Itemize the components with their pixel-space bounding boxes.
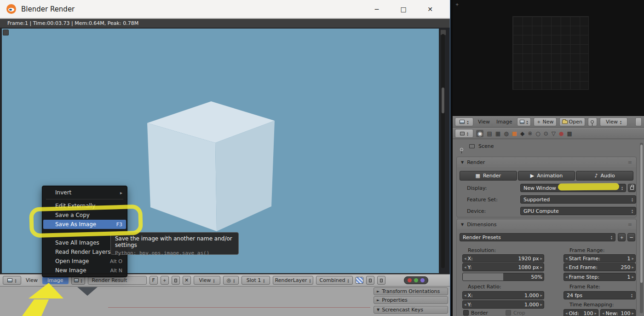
- tab-data-icon[interactable]: ▽: [552, 130, 556, 137]
- new-image-button[interactable]: ＋ New: [534, 117, 557, 126]
- display-channel-button[interactable]: [377, 276, 385, 285]
- close-button[interactable]: ✕: [417, 6, 443, 13]
- frame-step-field[interactable]: ◂ Frame Step: 1 ▸: [564, 273, 636, 281]
- decrement-icon[interactable]: ◂: [565, 311, 568, 316]
- red-toggle-icon[interactable]: [408, 278, 412, 282]
- crop-checkbox[interactable]: Crop: [506, 310, 525, 316]
- panel-screencast-keys[interactable]: ▼ Screencast Keys: [374, 306, 448, 314]
- view-menu[interactable]: View: [476, 119, 492, 125]
- tab-render-icon[interactable]: ◉: [476, 130, 483, 137]
- properties-scrollbar-thumb[interactable]: [640, 145, 643, 283]
- tab-physics-icon[interactable]: ○: [535, 130, 540, 137]
- decrement-icon[interactable]: ◂: [602, 311, 604, 316]
- draw-channels-icon[interactable]: [356, 277, 363, 284]
- menu-item-open-image[interactable]: Open Image Alt O: [42, 257, 127, 266]
- slot-dropdown[interactable]: Slot 1 ▴▾: [242, 276, 270, 285]
- decrement-icon[interactable]: ◂: [464, 256, 466, 261]
- audio-button[interactable]: ♪ Audio: [576, 171, 633, 181]
- display-dropdown[interactable]: New Window ▴▾: [520, 184, 626, 192]
- vertical-scrollbar[interactable]: [441, 34, 445, 268]
- render-panel-header[interactable]: ▼ Render ≡: [457, 157, 636, 167]
- unlink-image-button[interactable]: ✕: [183, 276, 191, 285]
- breadcrumb[interactable]: Scene: [478, 143, 494, 149]
- panel-drag-icon[interactable]: ≡: [628, 222, 632, 228]
- maximize-button[interactable]: □: [390, 6, 417, 13]
- menu-item-save-as-image[interactable]: Save As Image F3: [43, 220, 126, 229]
- tab-particles-icon[interactable]: ※: [528, 130, 532, 137]
- menu-item-invert[interactable]: Invert ▸: [42, 188, 127, 197]
- render-presets-dropdown[interactable]: Render Presets ▴▾: [460, 233, 615, 241]
- tab-scene-icon[interactable]: ▦: [495, 130, 500, 137]
- menu-item-save-a-copy[interactable]: Save a Copy: [42, 211, 127, 220]
- panel-properties[interactable]: ► Properties: [374, 296, 448, 304]
- tab-constraints-icon[interactable]: ⊙: [544, 130, 548, 137]
- remap-new-field[interactable]: ◂ New: 100 ▸: [600, 309, 636, 316]
- render-button[interactable]: ▦ Render: [460, 171, 517, 181]
- region-corner-handle[interactable]: [3, 29, 9, 35]
- increment-icon[interactable]: ▸: [632, 275, 634, 279]
- editor-type-selector[interactable]: ▴▾: [3, 276, 21, 285]
- browse-image-selector[interactable]: ▴▾: [517, 117, 531, 126]
- region-plus-icon[interactable]: ＋: [454, 1, 460, 8]
- increment-icon[interactable]: ▸: [594, 311, 597, 316]
- blue-toggle-icon[interactable]: [420, 278, 425, 282]
- pin-button[interactable]: [588, 117, 597, 126]
- add-preset-button[interactable]: ＋: [618, 233, 626, 241]
- start-frame-field[interactable]: ◂ Start Frame: 1 ▸: [564, 254, 636, 263]
- lock-interface-button[interactable]: [628, 184, 636, 192]
- feature-set-dropdown[interactable]: Supported ▴▾: [520, 195, 636, 204]
- render-layer-dropdown[interactable]: RenderLayer ▴▾: [273, 276, 313, 285]
- increment-icon[interactable]: ▸: [540, 302, 542, 307]
- green-toggle-icon[interactable]: [414, 278, 418, 282]
- fake-user-button[interactable]: F: [150, 276, 158, 285]
- increment-icon[interactable]: ▸: [540, 265, 542, 269]
- decrement-icon[interactable]: ◂: [565, 256, 568, 261]
- device-dropdown[interactable]: GPU Compute ▴▾: [520, 207, 636, 215]
- dimensions-panel-header[interactable]: ▼ Dimensions ≡: [457, 219, 636, 229]
- resolution-y-field[interactable]: ◂ Y: 1080 px ▸: [462, 263, 544, 271]
- frame-rate-dropdown[interactable]: 24 fps ▴▾: [564, 291, 636, 299]
- remap-old-field[interactable]: ◂ Old: 100 ▸: [564, 309, 598, 316]
- decrement-icon[interactable]: ◂: [464, 265, 466, 269]
- tab-material-icon[interactable]: ●: [559, 130, 564, 137]
- pin-id-button[interactable]: [460, 144, 463, 153]
- increment-icon[interactable]: ▸: [632, 265, 634, 269]
- aspect-x-field[interactable]: ◂ X: 1.000 ▸: [462, 291, 544, 299]
- editor-type-selector[interactable]: ▴▾: [455, 117, 473, 126]
- editor-type-selector[interactable]: ▴▾: [455, 129, 473, 138]
- tab-object-icon[interactable]: ■: [512, 130, 517, 137]
- resolution-x-field[interactable]: ◂ X: 1920 px ▸: [462, 254, 544, 263]
- view-mode-dropdown[interactable]: View ▴▾: [194, 276, 220, 285]
- image-menu[interactable]: Image: [494, 119, 514, 125]
- tab-modifiers-icon[interactable]: ◆: [520, 130, 524, 137]
- end-frame-field[interactable]: ◂ End Frame: 250 ▸: [564, 263, 636, 271]
- menu-item-edit-externally[interactable]: Edit Externally: [42, 201, 127, 211]
- checkbox-icon[interactable]: [463, 310, 469, 316]
- tab-world-icon[interactable]: ◍: [504, 130, 508, 137]
- display-channel-button[interactable]: [366, 276, 374, 285]
- increment-icon[interactable]: ▸: [632, 311, 634, 316]
- pivot-selector[interactable]: ◎ ▴▾: [223, 276, 239, 285]
- view-menu[interactable]: View: [24, 277, 40, 283]
- tab-render-layers-icon[interactable]: ▤: [487, 130, 492, 137]
- image-menu-button[interactable]: Image: [42, 276, 68, 284]
- animation-button[interactable]: ▶ Animation: [518, 171, 575, 181]
- panel-drag-icon[interactable]: ≡: [628, 159, 632, 165]
- tab-texture-icon[interactable]: ▩: [567, 130, 572, 137]
- increment-icon[interactable]: ▸: [540, 293, 542, 298]
- vertical-scrollbar-thumb[interactable]: [442, 88, 444, 113]
- decrement-icon[interactable]: ◂: [464, 293, 466, 298]
- minimize-button[interactable]: ─: [363, 6, 390, 13]
- increment-icon[interactable]: ▸: [540, 256, 542, 261]
- region-edge-widget[interactable]: [635, 117, 642, 126]
- border-checkbox[interactable]: Border: [463, 310, 488, 316]
- panel-transform-orientations[interactable]: ► Transform Orientations: [374, 287, 448, 295]
- resolution-scale-slider[interactable]: 50%: [462, 273, 544, 281]
- view-mode-dropdown[interactable]: View ▴▾: [600, 117, 627, 126]
- increment-icon[interactable]: ▸: [632, 256, 634, 261]
- decrement-icon[interactable]: ◂: [565, 275, 568, 279]
- new-image-button[interactable]: ＋: [161, 276, 169, 285]
- remove-preset-button[interactable]: −: [627, 233, 635, 241]
- menu-item-new-image[interactable]: New Image Alt N: [42, 266, 127, 275]
- pack-image-button[interactable]: [172, 276, 180, 285]
